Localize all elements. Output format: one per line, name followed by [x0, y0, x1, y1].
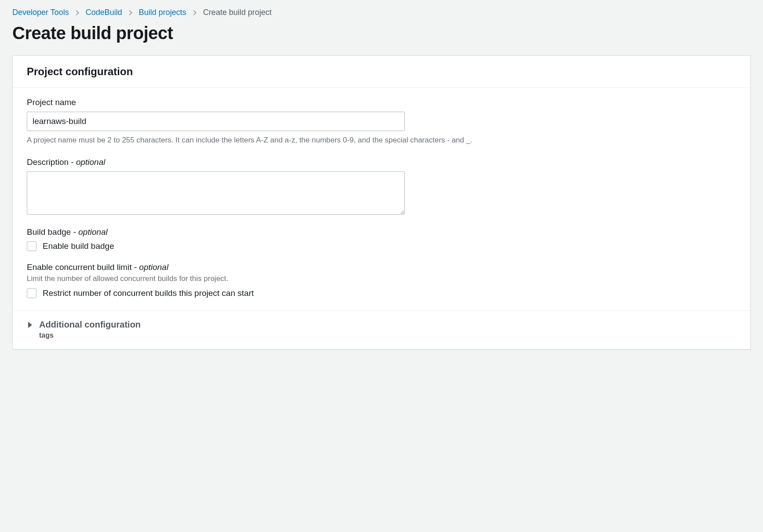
description-label-optional: optional [76, 157, 105, 167]
concurrent-limit-label: Enable concurrent build limit - optional [27, 262, 736, 272]
concurrent-limit-label-optional: optional [139, 262, 169, 272]
build-badge-label: Build badge - optional [27, 227, 736, 237]
concurrent-limit-hint: Limit the number of allowed concurrent b… [27, 273, 736, 284]
restrict-concurrent-builds-checkbox-label[interactable]: Restrict number of concurrent builds thi… [43, 288, 254, 298]
description-label-text: Description - [27, 157, 76, 167]
enable-build-badge-checkbox-label[interactable]: Enable build badge [43, 241, 114, 251]
concurrent-limit-group: Enable concurrent build limit - optional… [27, 262, 736, 299]
description-group: Description - optional [27, 157, 736, 216]
page-title: Create build project [12, 23, 751, 43]
project-name-group: Project name A project name must be 2 to… [27, 98, 736, 146]
additional-configuration-expander[interactable]: Additional configuration tags [27, 320, 736, 339]
restrict-concurrent-builds-checkbox[interactable] [27, 288, 36, 298]
panel-header-title: Project configuration [27, 66, 736, 78]
breadcrumb: Developer Tools CodeBuild Build projects… [12, 7, 751, 17]
chevron-right-icon [75, 10, 80, 16]
concurrent-limit-label-text: Enable concurrent build limit - [27, 262, 139, 272]
breadcrumb-codebuild[interactable]: CodeBuild [86, 8, 122, 17]
breadcrumb-developer-tools[interactable]: Developer Tools [12, 8, 69, 17]
additional-configuration-sub: tags [39, 332, 141, 339]
additional-configuration-section: Additional configuration tags [13, 310, 750, 349]
enable-build-badge-checkbox[interactable] [27, 241, 36, 251]
chevron-right-icon [193, 10, 197, 16]
project-configuration-panel: Project configuration Project name A pro… [12, 55, 751, 350]
project-name-hint: A project name must be 2 to 255 characte… [27, 135, 736, 146]
panel-header: Project configuration [13, 56, 750, 88]
description-label: Description - optional [27, 157, 736, 167]
build-badge-group: Build badge - optional Enable build badg… [27, 227, 736, 251]
description-textarea[interactable] [27, 171, 405, 215]
breadcrumb-current: Create build project [203, 8, 272, 17]
breadcrumb-build-projects[interactable]: Build projects [139, 8, 186, 17]
caret-right-icon [27, 320, 33, 328]
build-badge-label-text: Build badge - [27, 227, 78, 237]
additional-configuration-title: Additional configuration [39, 320, 141, 330]
project-name-label: Project name [27, 98, 736, 107]
build-badge-label-optional: optional [78, 227, 108, 237]
project-name-input[interactable] [27, 112, 405, 131]
chevron-right-icon [128, 10, 133, 16]
